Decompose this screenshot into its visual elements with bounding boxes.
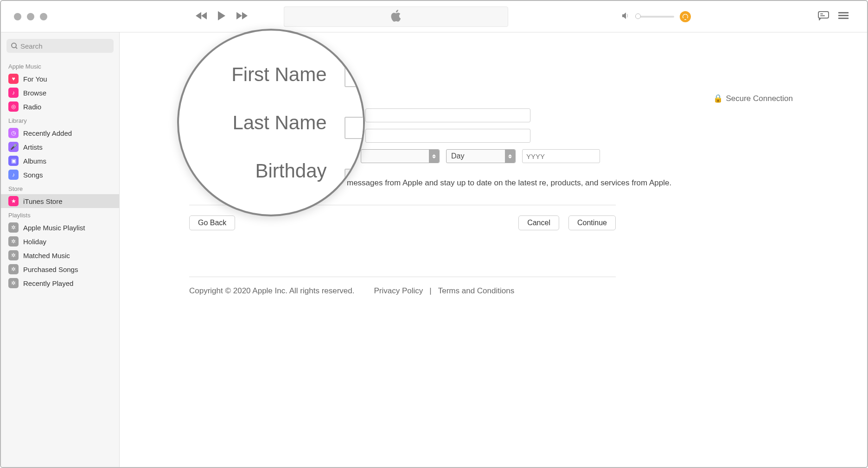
heart-icon: ♥ <box>8 74 19 84</box>
secure-connection-label: 🔒 Secure Connection <box>713 94 793 103</box>
go-back-button[interactable]: Go Back <box>189 215 235 230</box>
continue-button[interactable]: Continue <box>568 215 616 230</box>
terms-link[interactable]: Terms and Conditions <box>438 286 514 296</box>
section-playlists: Playlists <box>1 208 119 221</box>
mic-icon: 🎤 <box>8 142 19 152</box>
section-library: Library <box>1 114 119 126</box>
zoom-birthday-label: Birthday <box>211 160 332 182</box>
svg-point-4 <box>12 43 16 48</box>
sidebar-item-browse[interactable]: ♪Browse <box>1 86 119 100</box>
minimize-window[interactable] <box>27 13 34 20</box>
lyrics-icon[interactable] <box>818 11 829 22</box>
sidebar-item-playlist[interactable]: ✲Holiday <box>1 234 119 248</box>
clock-icon: ◷ <box>8 128 19 138</box>
gear-icon: ✲ <box>8 250 19 260</box>
sidebar-item-playlist[interactable]: ✲Apple Music Playlist <box>1 221 119 234</box>
last-name-input[interactable] <box>365 129 530 143</box>
play-button[interactable] <box>217 11 226 23</box>
note-icon: ♪ <box>8 170 19 180</box>
toolbar-right <box>818 11 849 22</box>
window-traffic-lights <box>14 13 47 20</box>
consent-text: messages from Apple and stay up to date … <box>347 177 690 189</box>
playback-controls <box>196 11 248 23</box>
sidebar-item-playlist[interactable]: ✲Purchased Songs <box>1 262 119 276</box>
now-playing-display <box>284 6 508 27</box>
sidebar-item-recently-added[interactable]: ◷Recently Added <box>1 126 119 140</box>
zoom-callout: First Name Last Name Birthday <box>177 29 365 216</box>
sidebar-item-songs[interactable]: ♪Songs <box>1 168 119 182</box>
sidebar-item-playlist[interactable]: ✲Matched Music <box>1 248 119 262</box>
day-select[interactable]: Day <box>446 149 516 163</box>
sidebar: Search Apple Music ♥For You ♪Browse ◎Rad… <box>1 32 120 467</box>
footer: Copyright © 2020 Apple Inc. All rights r… <box>189 277 616 296</box>
radio-icon: ◎ <box>8 101 19 112</box>
close-window[interactable] <box>14 13 21 20</box>
star-icon: ★ <box>8 196 19 206</box>
gear-icon: ✲ <box>8 264 19 274</box>
apple-logo-icon <box>390 9 402 24</box>
list-icon[interactable] <box>838 12 849 21</box>
gear-icon: ✲ <box>8 236 19 247</box>
zoom-last-name-label: Last Name <box>211 112 332 134</box>
privacy-link[interactable]: Privacy Policy <box>374 286 423 296</box>
sidebar-item-albums[interactable]: ▣Albums <box>1 154 119 168</box>
sidebar-item-playlist[interactable]: ✲Recently Played <box>1 276 119 290</box>
gear-icon: ✲ <box>8 222 19 233</box>
lock-icon: 🔒 <box>713 94 723 103</box>
separator: | <box>429 286 431 296</box>
zoom-first-name-label: First Name <box>211 63 332 86</box>
search-placeholder: Search <box>20 42 43 50</box>
svg-rect-2 <box>838 15 849 16</box>
sidebar-item-radio[interactable]: ◎Radio <box>1 100 119 114</box>
maximize-window[interactable] <box>40 13 47 20</box>
button-row: Go Back Cancel Continue <box>189 215 616 230</box>
volume-icon <box>622 13 630 21</box>
svg-rect-1 <box>838 12 849 13</box>
svg-rect-3 <box>838 18 849 19</box>
cancel-button[interactable]: Cancel <box>518 215 559 230</box>
previous-track-button[interactable] <box>196 12 208 22</box>
section-apple-music: Apple Music <box>1 59 119 72</box>
album-icon: ▣ <box>8 156 19 166</box>
copyright-text: Copyright © 2020 Apple Inc. All rights r… <box>189 286 355 296</box>
sidebar-item-itunes-store[interactable]: ★iTunes Store <box>1 194 119 208</box>
sidebar-item-for-you[interactable]: ♥For You <box>1 72 119 86</box>
volume-control <box>622 11 691 22</box>
section-store: Store <box>1 182 119 194</box>
search-input[interactable]: Search <box>6 39 114 53</box>
svg-rect-0 <box>818 12 829 18</box>
gear-icon: ✲ <box>8 278 19 288</box>
browse-icon: ♪ <box>8 88 19 98</box>
first-name-input[interactable] <box>365 108 530 122</box>
year-input[interactable] <box>522 149 600 163</box>
airplay-icon[interactable] <box>680 11 691 22</box>
toolbar <box>1 1 867 32</box>
volume-slider[interactable] <box>635 16 674 18</box>
next-track-button[interactable] <box>236 12 248 22</box>
month-select[interactable] <box>361 149 440 163</box>
sidebar-item-artists[interactable]: 🎤Artists <box>1 140 119 154</box>
